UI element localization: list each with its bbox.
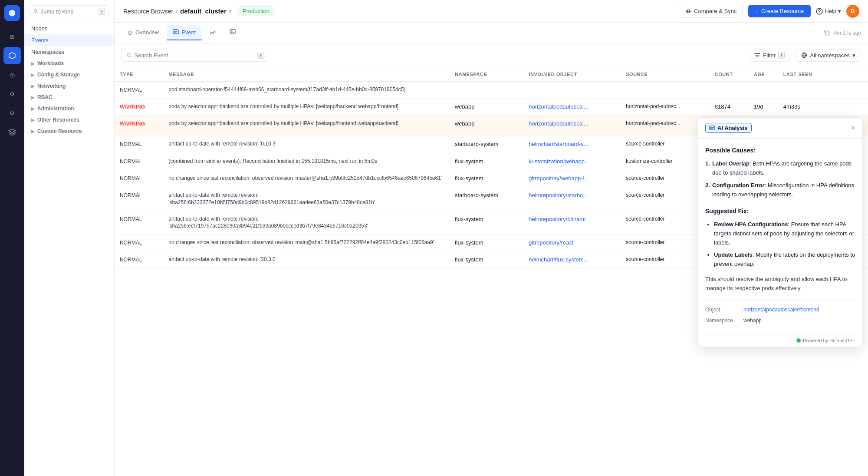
svg-rect-4 [230, 30, 235, 34]
top-bar: Resource Browser / default_cluster ▾ Pro… [115, 0, 868, 23]
networking-arrow: ▶ [31, 84, 35, 89]
nav-section-other-resources[interactable]: ▶ Other Resources [24, 114, 114, 126]
nav-item-namespaces[interactable]: Namespaces [24, 46, 114, 58]
row0-last-seen [778, 82, 868, 99]
ai-meta-namespace-row: Namespace webapp [705, 317, 855, 325]
row7-source: source-controller [621, 211, 710, 235]
ai-panel-footer: Powered by HolmesGPT [698, 334, 862, 347]
row0-age [749, 82, 778, 99]
row9-involved[interactable]: helmchart/flux-system... [529, 256, 588, 263]
sidebar-icon-monitoring[interactable]: ◎ [3, 66, 21, 83]
nav-section-custom-resource[interactable]: ▶ Custom Resource [24, 126, 114, 137]
jump-to-kind-input[interactable]: Jump to Kind [41, 8, 96, 15]
tab-chart[interactable] [204, 25, 222, 40]
sidebar-icon-settings2[interactable]: ⚙ [3, 104, 21, 122]
fix-2-bold: Update Labels [714, 251, 753, 258]
custom-resource-arrow: ▶ [31, 129, 35, 134]
svg-point-0 [34, 10, 37, 12]
row5-involved[interactable]: gitrepository/webapp-l... [529, 175, 589, 182]
main-container: Resource Browser / default_cluster ▾ Pro… [115, 0, 868, 476]
row6-involved[interactable]: helmrepository/starbo... [529, 192, 588, 198]
cluster-dropdown-chevron[interactable]: ▾ [229, 8, 232, 14]
breadcrumb-cluster[interactable]: default_cluster [180, 7, 227, 15]
svg-point-5 [127, 53, 130, 56]
cause-1: Label Overlap: Both HPAs are targeting t… [705, 159, 855, 178]
col-type: TYPE [115, 67, 163, 82]
sidebar-icon-layers[interactable] [3, 123, 21, 141]
user-avatar[interactable]: B [846, 5, 859, 18]
row8-namespace: flux-system [450, 235, 523, 251]
event-search-wrap[interactable]: r [122, 49, 269, 62]
left-nav: Jump to Kind k Nodes Events Namespaces ▶… [24, 0, 115, 476]
row9-message: artifact up-to-date with remote revision… [163, 251, 450, 268]
suggested-fix-heading: Suggested Fix: [705, 206, 855, 216]
create-resource-button[interactable]: + Create Resource [748, 5, 811, 17]
row3-type: NORMAL [120, 141, 142, 147]
nav-section-networking-label: Networking [37, 83, 66, 89]
nav-section-administration[interactable]: ▶ Administration [24, 103, 114, 114]
nav-item-nodes[interactable]: Nodes [24, 23, 114, 34]
fix-2: Update Labels: Modify the labels on the … [714, 251, 855, 269]
ai-meta-namespace-value: webapp [743, 317, 762, 325]
sidebar-icon-settings1[interactable]: ⚙ [3, 85, 21, 102]
nav-section-config-storage[interactable]: ▶ Config & Storage [24, 69, 114, 80]
breadcrumb-separator: / [176, 8, 178, 15]
filter-label: Filter [763, 52, 776, 59]
ai-panel-close-button[interactable]: × [851, 123, 855, 132]
col-count: COUNT [710, 67, 749, 82]
row9-namespace: flux-system [450, 251, 523, 268]
nav-section-networking[interactable]: ▶ Networking [24, 80, 114, 92]
col-source: SOURCE [621, 67, 710, 82]
row1-last-seen: 4m33s [778, 99, 868, 116]
nav-section-config-storage-label: Config & Storage [37, 72, 80, 78]
nav-section-workloads[interactable]: ▶ Workloads [24, 58, 114, 69]
row2-involved[interactable]: horizontalpodautoscal... [529, 120, 588, 127]
ai-meta-object-value[interactable]: horizontalpodautoscaler/frontend [743, 306, 819, 314]
breadcrumb-app: Resource Browser [123, 8, 173, 15]
namespace-chevron: ▾ [852, 52, 855, 59]
sidebar-icon-home[interactable]: ⊞ [3, 28, 21, 45]
row1-involved[interactable]: horizontalpodautoscal... [529, 103, 588, 110]
row0-namespace [450, 82, 523, 99]
compare-sync-button[interactable]: Compare & Sync [679, 5, 743, 17]
help-button[interactable]: Help ▾ [816, 8, 841, 15]
jump-to-kind-search[interactable]: Jump to Kind k [30, 5, 109, 17]
tab-terminal[interactable] [224, 25, 242, 40]
nav-item-events[interactable]: Events [24, 34, 114, 46]
event-search-input[interactable] [134, 52, 255, 59]
nav-section-custom-resource-label: Custom Resource [37, 128, 82, 134]
row7-type: NORMAL [120, 216, 142, 222]
filter-kbd: f [778, 52, 785, 59]
rbac-arrow: ▶ [31, 95, 35, 100]
tab-overview-label: Overview [135, 29, 159, 36]
workloads-arrow: ▶ [31, 61, 35, 66]
create-resource-label: Create Resource [761, 8, 804, 14]
row7-involved[interactable]: helmrepository/bitnami [529, 216, 585, 222]
row4-involved[interactable]: kustomization/webapp... [529, 158, 589, 165]
environment-badge[interactable]: Production [237, 6, 275, 16]
row8-involved[interactable]: gitrepository/react [529, 239, 573, 246]
row2-source: horizontal-pod-autosc... [621, 116, 710, 136]
ai-meta: Object horizontalpodautoscaler/frontend … [705, 300, 855, 325]
sidebar-icon-resources[interactable] [3, 47, 21, 64]
causes-list: Label Overlap: Both HPAs are targeting t… [705, 159, 855, 199]
nav-section-rbac[interactable]: ▶ RBAC [24, 92, 114, 103]
row1-source: horizontal-pod-autosc... [621, 99, 710, 116]
tab-event[interactable]: Event [167, 25, 202, 40]
tab-overview[interactable]: ⊙ Overview [122, 26, 165, 40]
last-refresh: 4m 37s ago [824, 30, 861, 36]
icon-sidebar: ⊞ ◎ ⚙ ⚙ [0, 0, 24, 476]
row5-namespace: flux-system [450, 170, 523, 187]
filter-button[interactable]: Filter f [749, 49, 790, 62]
row3-involved[interactable]: helmchart/starboard-s... [529, 141, 588, 147]
row0-count [710, 82, 749, 99]
holmes-badge: Powered by HolmesGPT [796, 338, 855, 343]
row3-namespace: starboard-system [450, 136, 523, 153]
row1-type: WARNING [120, 104, 145, 110]
breadcrumb: Resource Browser / default_cluster ▾ [123, 7, 232, 15]
namespace-select[interactable]: All namespaces ▾ [796, 49, 861, 62]
row4-type: NORMAL [120, 159, 142, 165]
terminal-icon [230, 29, 236, 36]
app-logo[interactable] [4, 5, 20, 21]
overview-icon: ⊙ [128, 29, 133, 36]
